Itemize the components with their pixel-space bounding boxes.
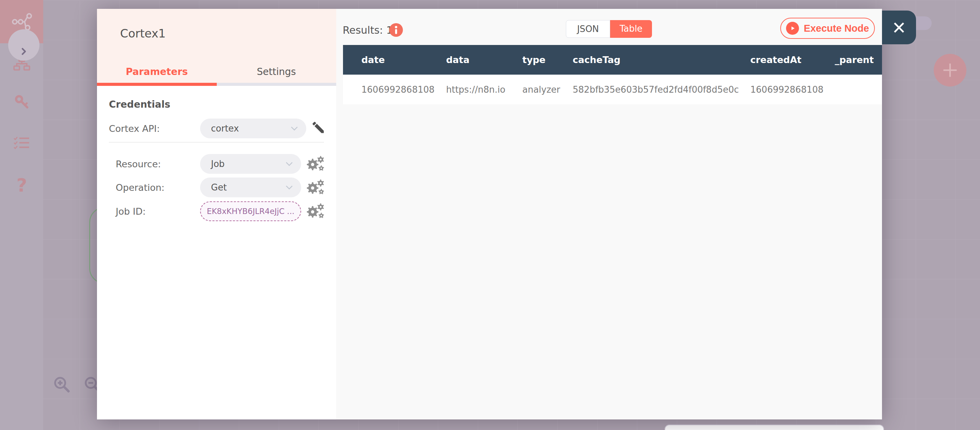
resource-value: Job: [211, 159, 285, 169]
sidebar: ?: [0, 0, 43, 430]
chevron-right-icon: [19, 47, 28, 56]
column-header-cachetag: cacheTag: [567, 45, 745, 75]
gears-icon: [305, 154, 325, 174]
bottom-panel-edge[interactable]: [665, 425, 884, 430]
tab-settings[interactable]: Settings: [217, 61, 337, 83]
close-modal-button[interactable]: [882, 11, 916, 44]
job-id-expression-field[interactable]: EK8xKHYB6JLR4eJjC ...: [200, 201, 301, 221]
sidebar-item-credentials[interactable]: [14, 94, 30, 112]
chevron-down-icon: [285, 161, 293, 166]
parameters-form: Credentials Cortex API: cortex Resource:…: [97, 86, 336, 419]
cell-parent: [828, 75, 882, 104]
section-divider: [109, 142, 324, 142]
credentials-heading: Credentials: [109, 99, 170, 110]
checklist-icon: [14, 136, 30, 150]
column-header-parent: _parent: [828, 45, 882, 75]
cell-type: analyzer: [517, 75, 567, 104]
tab-parameters[interactable]: Parameters: [97, 61, 217, 83]
job-id-options-button[interactable]: [305, 201, 325, 222]
credential-label: Cortex API:: [109, 123, 160, 134]
resource-label: Resource:: [116, 159, 161, 169]
view-toggle: JSON Table: [566, 20, 652, 38]
add-node-button[interactable]: [934, 54, 966, 86]
chevron-down-icon: [291, 126, 298, 131]
pencil-icon: [311, 120, 326, 135]
info-glyph: [394, 26, 398, 34]
credential-value: cortex: [211, 123, 291, 134]
gears-icon: [305, 177, 325, 197]
column-header-type: type: [517, 45, 567, 75]
cell-date: 1606992868108: [343, 75, 441, 104]
edit-credential-button[interactable]: [311, 120, 326, 136]
tab-underline: [97, 83, 336, 86]
sidebar-item-executions[interactable]: [14, 136, 30, 151]
zoom-in-button[interactable]: [52, 375, 72, 396]
view-toggle-json[interactable]: JSON: [566, 20, 610, 38]
operation-options-button[interactable]: [305, 177, 325, 198]
active-tab-indicator: [97, 83, 217, 86]
cell-cachetag: 582bfb35e603b57fed2fd4f00f8d5e0c: [567, 75, 745, 104]
operation-value: Get: [211, 182, 285, 192]
column-header-data: data: [441, 45, 517, 75]
resource-options-button[interactable]: [305, 154, 325, 175]
info-icon[interactable]: [389, 23, 403, 37]
node-panel-header: Cortex1 Parameters Settings: [97, 9, 336, 83]
chevron-down-icon: [285, 185, 293, 190]
execute-node-label: Execute Node: [804, 23, 869, 34]
sidebar-expand-button[interactable]: [8, 29, 40, 61]
job-id-label: Job ID:: [116, 206, 146, 217]
operation-select[interactable]: Get: [200, 177, 301, 197]
question-mark-icon: ?: [16, 174, 27, 196]
plus-icon: [941, 61, 959, 79]
node-detail-modal: Cortex1 Parameters Settings Credentials …: [97, 9, 882, 419]
column-header-date: date: [343, 45, 441, 75]
tab-bar: Parameters Settings: [97, 61, 336, 83]
results-count-label: Results: 1: [343, 24, 393, 36]
inactive-tab-track: [217, 83, 337, 86]
results-panel: Results: 1 JSON Table Execute Node: [336, 9, 882, 419]
execute-node-button[interactable]: Execute Node: [780, 18, 875, 39]
zoom-in-icon: [52, 375, 72, 394]
gears-icon: [305, 201, 325, 221]
job-id-value: EK8xKHYB6JLR4eJjC ...: [207, 207, 295, 216]
sidebar-item-help[interactable]: ?: [16, 174, 27, 196]
table-row: 1606992868108 https://n8n.io analyzer 58…: [343, 75, 882, 104]
key-icon: [14, 94, 30, 110]
view-toggle-table[interactable]: Table: [610, 20, 652, 38]
column-header-createdat: createdAt: [745, 45, 828, 75]
resource-select[interactable]: Job: [200, 154, 301, 174]
node-title: Cortex1: [120, 27, 166, 40]
node-settings-panel: Cortex1 Parameters Settings Credentials …: [97, 9, 336, 419]
credential-select[interactable]: cortex: [200, 118, 306, 138]
play-icon: [786, 22, 799, 35]
cell-data: https://n8n.io: [441, 75, 517, 104]
results-table: date data type cacheTag createdAt _paren…: [343, 45, 882, 104]
cell-createdat: 1606992868108: [745, 75, 828, 104]
close-icon: [891, 20, 907, 35]
table-header-row: date data type cacheTag createdAt _paren…: [343, 45, 882, 75]
operation-label: Operation:: [116, 182, 164, 193]
